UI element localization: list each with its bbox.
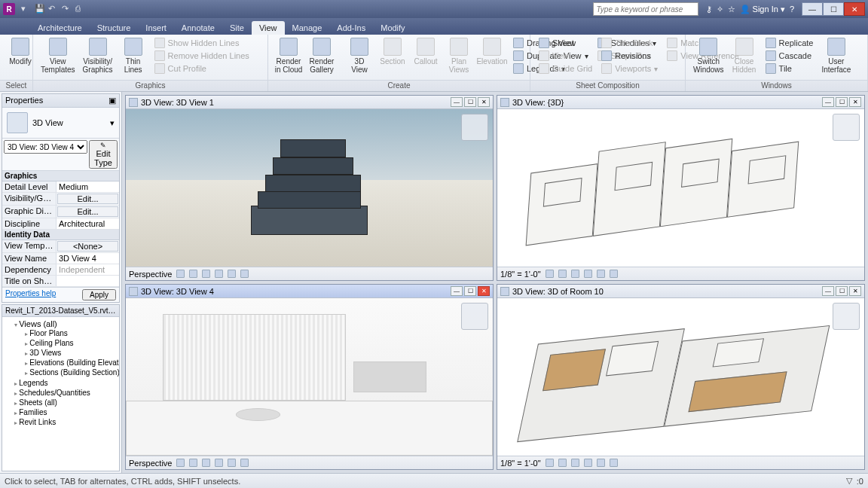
prop-titlesheet-val[interactable]	[57, 276, 119, 286]
close-hidden-button[interactable]: Close Hidden	[729, 36, 760, 75]
prop-detail-level-val[interactable]: Medium	[57, 181, 119, 192]
tab-site[interactable]: Site	[222, 21, 252, 35]
viewcube-icon[interactable]	[833, 114, 860, 141]
view-selector[interactable]: 3D View: 3D View 4	[4, 140, 87, 154]
view-button[interactable]: View	[536, 50, 594, 62]
tab-insert[interactable]: Insert	[138, 21, 174, 35]
vs-icon[interactable]	[189, 459, 197, 467]
viewport-scale[interactable]: Perspective	[129, 459, 172, 468]
tab-modify[interactable]: Modify	[373, 21, 412, 35]
browser-ceiling-plans[interactable]: Ceiling Plans	[25, 338, 118, 348]
vs-icon[interactable]	[176, 270, 185, 278]
vs-icon[interactable]	[558, 459, 567, 467]
vs-icon[interactable]	[215, 459, 223, 467]
app-icon[interactable]: R	[3, 3, 15, 15]
tile-button[interactable]: Tile	[763, 63, 816, 75]
apply-button[interactable]: Apply	[82, 289, 116, 300]
vs-icon[interactable]	[546, 459, 554, 467]
visibility-graphics-button[interactable]: Visibility/ Graphics	[80, 36, 116, 75]
prop-vis-edit-button[interactable]: Edit...	[57, 194, 118, 204]
viewport-canvas[interactable]	[497, 298, 864, 456]
vs-icon[interactable]	[610, 459, 618, 467]
viewport-canvas[interactable]	[497, 109, 864, 267]
vs-icon[interactable]	[202, 459, 210, 467]
viewport-canvas[interactable]	[126, 298, 493, 456]
guide-grid-button[interactable]: Guide Grid	[536, 63, 594, 75]
remove-hidden-lines-button[interactable]: Remove Hidden Lines	[152, 50, 252, 62]
render-gallery-button[interactable]: Render Gallery	[306, 36, 338, 75]
edit-type-button[interactable]: ✎ Edit Type	[89, 140, 118, 169]
section-button[interactable]: Section	[377, 36, 408, 67]
tab-view[interactable]: View	[252, 21, 285, 35]
browser-floor-plans[interactable]: Floor Plans	[25, 328, 118, 338]
prop-template-val[interactable]: <None>	[57, 241, 118, 252]
properties-help-link[interactable]: Properties help	[5, 289, 56, 300]
revisions-button[interactable]: Revisions	[599, 50, 660, 62]
vs-icon[interactable]	[584, 459, 592, 467]
vs-icon[interactable]	[215, 270, 223, 278]
vs-icon[interactable]	[228, 270, 236, 278]
vs-icon[interactable]	[176, 459, 185, 467]
vp-min-button[interactable]: —	[822, 286, 834, 296]
browser-legends[interactable]: Legends	[14, 378, 118, 388]
vs-icon[interactable]	[546, 270, 554, 278]
qat-redo-icon[interactable]: ↷	[62, 4, 72, 14]
type-dropdown-icon[interactable]: ▾	[110, 118, 115, 128]
exchange-icon[interactable]: ✧	[717, 5, 723, 14]
prop-gdisp-edit-button[interactable]: Edit...	[57, 206, 118, 217]
prop-viewname-val[interactable]: 3D View 4	[57, 253, 119, 264]
viewport-scale[interactable]: 1/8" = 1'-0"	[500, 459, 541, 468]
tab-manage[interactable]: Manage	[285, 21, 330, 35]
browser-3d-views[interactable]: 3D Views	[25, 348, 118, 358]
plan-views-button[interactable]: Plan Views	[443, 36, 475, 75]
qat-undo-icon[interactable]: ↶	[48, 4, 59, 14]
browser-views-root[interactable]: Views (all) Floor Plans Ceiling Plans 3D…	[14, 319, 118, 378]
vs-icon[interactable]	[597, 270, 605, 278]
qat-save-icon[interactable]: 💾	[35, 4, 45, 14]
user-interface-button[interactable]: User Interface	[818, 36, 854, 75]
vs-icon[interactable]	[202, 270, 210, 278]
help-icon[interactable]: ?	[790, 5, 794, 14]
tab-structure[interactable]: Structure	[90, 21, 139, 35]
switch-windows-button[interactable]: Switch Windows	[690, 36, 727, 75]
browser-revit-links[interactable]: Revit Links	[14, 417, 118, 427]
3d-view-button[interactable]: 3D View	[344, 36, 375, 75]
vp-min-button[interactable]: —	[822, 97, 834, 107]
callout-button[interactable]: Callout	[410, 36, 442, 67]
vp-close-button[interactable]: ✕	[849, 97, 861, 107]
vs-icon[interactable]	[240, 459, 249, 467]
qat-print-icon[interactable]: ⎙	[75, 4, 86, 14]
vp-max-button[interactable]: ☐	[836, 97, 848, 107]
tab-addins[interactable]: Add-Ins	[329, 21, 373, 35]
filter-icon[interactable]: ▽	[846, 476, 852, 486]
qat-open-icon[interactable]: ▾	[21, 4, 32, 14]
viewcube-icon[interactable]	[461, 303, 488, 330]
signin-button[interactable]: 👤 Sign In ▾	[740, 5, 785, 14]
browser-elevations[interactable]: Elevations (Building Elevation)	[25, 358, 118, 368]
minimize-button[interactable]: —	[802, 2, 823, 16]
thin-lines-button[interactable]: Thin Lines	[118, 36, 149, 75]
favorite-icon[interactable]: ☆	[728, 5, 735, 14]
vp-min-button[interactable]: —	[451, 286, 463, 296]
close-button[interactable]: ✕	[844, 2, 865, 16]
vp-close-button[interactable]: ✕	[849, 286, 861, 296]
vs-icon[interactable]	[584, 270, 592, 278]
properties-close-icon[interactable]: ▣	[108, 96, 116, 105]
viewport-scale[interactable]: Perspective	[129, 270, 172, 279]
tab-annotate[interactable]: Annotate	[174, 21, 222, 35]
vs-icon[interactable]	[228, 459, 236, 467]
vp-close-button[interactable]: ✕	[478, 97, 490, 107]
vs-icon[interactable]	[597, 459, 605, 467]
viewport-scale[interactable]: 1/8" = 1'-0"	[500, 270, 541, 279]
viewcube-icon[interactable]	[461, 114, 488, 141]
viewcube-icon[interactable]	[833, 303, 860, 330]
vp-max-button[interactable]: ☐	[836, 286, 848, 296]
subscription-icon[interactable]: ⚷	[706, 5, 712, 14]
browser-sections[interactable]: Sections (Building Section)	[25, 368, 118, 377]
vs-icon[interactable]	[189, 270, 197, 278]
title-block-button[interactable]: Title Block	[599, 37, 660, 49]
replicate-button[interactable]: Replicate	[763, 37, 816, 49]
viewports-button[interactable]: Viewports ▾	[599, 63, 660, 75]
vp-max-button[interactable]: ☐	[464, 286, 476, 296]
browser-families[interactable]: Families	[14, 407, 118, 417]
